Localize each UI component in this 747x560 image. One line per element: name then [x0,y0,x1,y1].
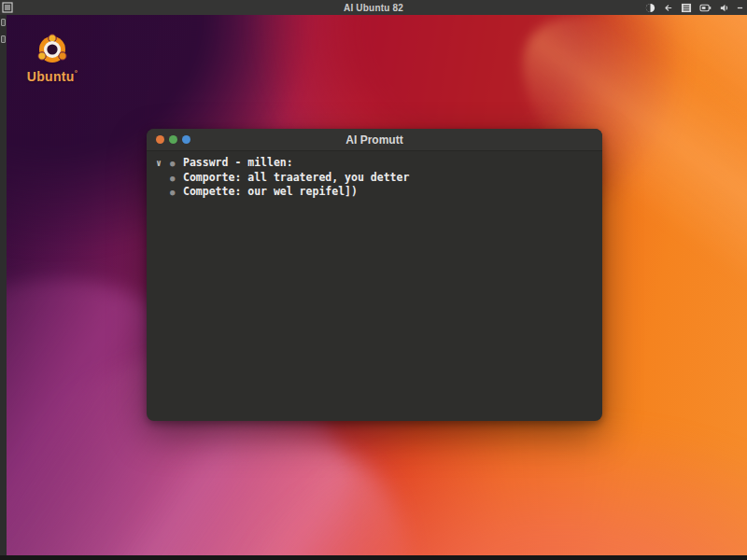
terminal-line: ● Compette: our wel repifel]) [156,185,593,200]
battery-icon[interactable] [699,2,712,13]
app-menu-icon[interactable] [2,2,13,13]
desktop-screen: AI Ubuntu 82 [0,0,747,560]
more-icon[interactable] [737,2,743,13]
chevron-down-icon[interactable]: ∨ [156,157,170,171]
list-icon[interactable] [681,2,692,13]
traffic-lights [156,135,190,144]
bullet-icon: ● [170,157,183,171]
ubuntu-desktop-shortcut[interactable]: Ubuntu° [17,32,88,84]
dock-sliver[interactable] [0,15,7,560]
terminal-line-text: Passwrd - millen: [183,156,293,170]
minimize-button[interactable] [169,135,177,144]
bottom-edge-bar [0,555,747,560]
terminal-output[interactable]: ∨ ● Passwrd - millen: ● Comporte: all tr… [147,151,602,200]
ubuntu-logo-icon [34,32,71,67]
status-tray [645,2,747,13]
contrast-icon[interactable] [645,2,655,13]
terminal-line: ● Comporte: all traatered, you detter [156,171,593,186]
dock-mini-icon[interactable] [1,35,6,43]
dock-mini-icon[interactable] [1,19,6,26]
close-button[interactable] [156,135,164,144]
ubuntu-shortcut-label: Ubuntu° [27,69,78,84]
bullet-icon: ● [170,172,183,186]
terminal-line-text: Comporte: all traatered, you detter [183,171,409,185]
volume-icon[interactable] [719,2,729,13]
window-title-bar[interactable]: AI Promutt [147,129,602,151]
terminal-line: ∨ ● Passwrd - millen: [156,156,593,171]
arrow-left-icon[interactable] [663,2,673,13]
terminal-window: AI Promutt ∨ ● Passwrd - millen: ● Compo… [147,129,602,421]
top-bar-clock-title[interactable]: AI Ubuntu 82 [344,3,403,13]
maximize-button[interactable] [182,135,190,144]
window-title: AI Promutt [345,133,402,147]
bullet-icon: ● [170,186,183,200]
top-menu-bar: AI Ubuntu 82 [0,0,747,15]
terminal-line-text: Compette: our wel repifel]) [183,185,358,199]
